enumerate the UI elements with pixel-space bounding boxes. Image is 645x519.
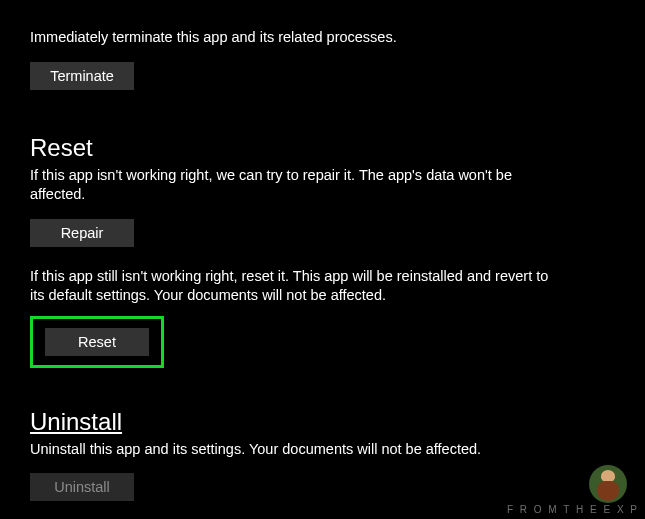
uninstall-description: Uninstall this app and its settings. You…	[30, 440, 550, 460]
watermark-text: F R O M T H E E X P	[507, 504, 639, 515]
terminate-button[interactable]: Terminate	[30, 62, 134, 90]
avatar-icon	[589, 465, 627, 503]
repair-button[interactable]: Repair	[30, 219, 134, 247]
repair-description: If this app isn't working right, we can …	[30, 166, 550, 205]
terminate-description: Immediately terminate this app and its r…	[30, 28, 550, 48]
reset-button[interactable]: Reset	[45, 328, 149, 356]
reset-heading: Reset	[30, 134, 615, 162]
reset-highlight-box: Reset	[30, 316, 164, 368]
uninstall-button[interactable]: Uninstall	[30, 473, 134, 501]
uninstall-heading: Uninstall	[30, 408, 615, 436]
reset-description: If this app still isn't working right, r…	[30, 267, 550, 306]
